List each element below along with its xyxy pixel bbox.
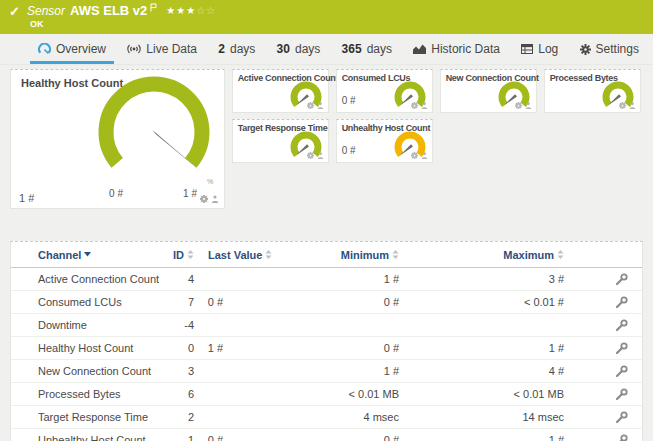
person-icon[interactable] xyxy=(629,102,636,109)
column-header-channel[interactable]: Channel xyxy=(38,249,91,261)
tab-label: days xyxy=(230,42,255,56)
gear-icon[interactable] xyxy=(515,102,522,109)
person-icon[interactable] xyxy=(317,102,324,109)
tab-number: 2 xyxy=(218,42,225,56)
stars-filled: ★★★ xyxy=(166,5,196,16)
channel-name[interactable]: Consumed LCUs xyxy=(11,296,161,308)
person-icon[interactable] xyxy=(317,152,324,159)
gauge-icon xyxy=(38,43,51,55)
channel-minimum: 0 # xyxy=(239,342,399,354)
channel-name[interactable]: Unhealthy Host Count xyxy=(11,434,161,441)
channel-minimum: 4 msec xyxy=(239,411,399,423)
wrench-icon[interactable] xyxy=(615,388,628,401)
gear-icon[interactable] xyxy=(411,152,418,159)
channel-maximum: < 0.01 # xyxy=(399,296,564,308)
channel-name[interactable]: Active Connection Count xyxy=(11,273,161,285)
tab-number: 30 xyxy=(277,42,290,56)
sensor-title: AWS ELB v2 xyxy=(70,3,147,18)
column-header-maximum[interactable]: Maximum xyxy=(503,249,564,261)
table-row: Unhealthy Host Count 1 0 # 0 # 1 # xyxy=(11,429,642,441)
tab-label: days xyxy=(295,42,320,56)
person-icon[interactable] xyxy=(421,152,428,159)
gear-icon[interactable] xyxy=(411,102,418,109)
tab-label: Overview xyxy=(56,42,106,56)
channel-maximum: 14 msec xyxy=(399,411,564,423)
gauge-panel-target-response-time[interactable]: Target Response Time xyxy=(232,119,329,163)
tab-2-days[interactable]: 2 days xyxy=(218,34,255,64)
tab-log[interactable]: Log xyxy=(521,34,558,64)
tab-label: Live Data xyxy=(146,42,197,56)
person-icon[interactable] xyxy=(211,195,219,203)
channel-id: 0 xyxy=(161,342,194,354)
gear-icon[interactable] xyxy=(200,195,208,203)
table-row: New Connection Count 3 1 # 4 # xyxy=(11,360,642,383)
channel-name[interactable]: Processed Bytes xyxy=(11,388,161,400)
wrench-icon[interactable] xyxy=(615,365,628,378)
channel-table: Channel ID Last Value Minimum Maximum Ac… xyxy=(10,241,643,441)
tab-365-days[interactable]: 365 days xyxy=(342,34,392,64)
tab-overview[interactable]: Overview xyxy=(38,34,106,64)
tab-bar: Overview Live Data 2 days 30 days 365 da… xyxy=(0,34,653,65)
gauge-panel-consumed-lcus[interactable]: Consumed LCUs 0 # xyxy=(336,69,433,113)
sort-icon xyxy=(392,250,399,259)
wrench-icon[interactable] xyxy=(615,319,628,332)
gauge-panel-processed-bytes[interactable]: Processed Bytes xyxy=(544,69,641,113)
tab-label: Log xyxy=(538,42,558,56)
channel-minimum: < 0.01 MB xyxy=(239,388,399,400)
channel-name[interactable]: Downtime xyxy=(11,319,161,331)
needle-tip-label: % xyxy=(207,178,213,185)
channel-id: -4 xyxy=(161,319,194,331)
wrench-icon[interactable] xyxy=(615,434,628,441)
channel-name[interactable]: New Connection Count xyxy=(11,365,161,377)
tab-historic-data[interactable]: Historic Data xyxy=(413,34,500,64)
tab-number: 365 xyxy=(342,42,362,56)
gauge-last-value: 0 # xyxy=(342,145,356,156)
channel-minimum: 1 # xyxy=(239,273,399,285)
gauge-panel-new-connection-count[interactable]: New Connection Count xyxy=(440,69,537,113)
channel-id: 6 xyxy=(161,388,194,400)
gauge-panel-healthy-host-count[interactable]: Healthy Host Count % 0 # 1 # 1 # xyxy=(10,69,225,209)
column-header-minimum[interactable]: Minimum xyxy=(341,249,399,261)
mini-gauge-grid: Active Connection Count Consumed LCUs 0 xyxy=(232,69,643,163)
gauge-last-value: 0 # xyxy=(342,95,356,106)
gauge-panel-active-connection-count[interactable]: Active Connection Count xyxy=(232,69,329,113)
broadcast-icon xyxy=(127,44,141,54)
wrench-icon[interactable] xyxy=(615,342,628,355)
channel-table-header: Channel ID Last Value Minimum Maximum xyxy=(11,242,642,268)
gauge-last-value: 1 # xyxy=(19,192,34,204)
channel-last-value: 0 # xyxy=(194,296,239,308)
sort-desc-icon xyxy=(84,252,91,257)
channel-minimum: 1 # xyxy=(239,365,399,377)
gear-icon[interactable] xyxy=(307,152,314,159)
channel-maximum: 3 # xyxy=(399,273,564,285)
table-row: Consumed LCUs 7 0 # 0 # < 0.01 # xyxy=(11,291,642,314)
gear-icon[interactable] xyxy=(307,102,314,109)
channel-id: 2 xyxy=(161,411,194,423)
gear-icon xyxy=(580,44,591,55)
wrench-icon[interactable] xyxy=(615,296,628,309)
sensor-status-text: OK xyxy=(30,19,44,29)
wrench-icon[interactable] xyxy=(615,273,628,286)
table-row: Active Connection Count 4 1 # 3 # xyxy=(11,268,642,291)
stars-empty: ☆☆ xyxy=(196,5,216,16)
priority-stars[interactable]: ★★★☆☆ xyxy=(166,5,216,16)
tab-live-data[interactable]: Live Data xyxy=(127,34,197,64)
channel-minimum: 0 # xyxy=(239,434,399,441)
gear-icon[interactable] xyxy=(619,102,626,109)
tab-label: Settings xyxy=(596,42,639,56)
gauge-scale-min: 0 # xyxy=(99,188,133,199)
wrench-icon[interactable] xyxy=(615,411,628,424)
sort-icon xyxy=(187,250,194,259)
column-header-id[interactable]: ID xyxy=(173,249,194,261)
channel-maximum: 1 # xyxy=(399,342,564,354)
channel-name[interactable]: Healthy Host Count xyxy=(11,342,161,354)
gauge-panel-unhealthy-host-count[interactable]: Unhealthy Host Count 0 # xyxy=(336,119,433,163)
channel-name[interactable]: Target Response Time xyxy=(11,411,161,423)
person-icon[interactable] xyxy=(525,102,532,109)
tab-30-days[interactable]: 30 days xyxy=(277,34,321,64)
flag-icon xyxy=(150,3,157,12)
table-row: Downtime -4 xyxy=(11,314,642,337)
person-icon[interactable] xyxy=(421,102,428,109)
tab-settings[interactable]: Settings xyxy=(580,34,639,64)
tab-label: Historic Data xyxy=(431,42,500,56)
